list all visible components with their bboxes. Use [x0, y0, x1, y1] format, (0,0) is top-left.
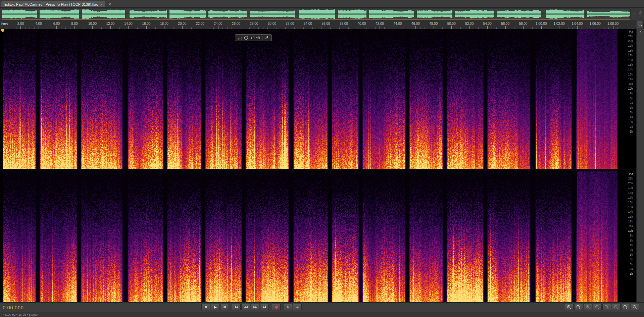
timeline-tick: [447, 28, 447, 29]
skip-selection-button[interactable]: ⇄: [293, 304, 302, 310]
panel-options-icon[interactable]: [638, 11, 643, 15]
timeline-unit-label: hms: [1, 22, 8, 26]
timeline-tick: [119, 28, 120, 29]
panel-menu-icon[interactable]: [632, 11, 637, 15]
time-display[interactable]: 0:00.000: [3, 305, 23, 310]
timeline-zoom-button[interactable]: [637, 20, 644, 29]
timeline-tick: [160, 28, 160, 29]
timeline-tick: [205, 28, 205, 29]
play-button[interactable]: ▶: [211, 304, 219, 310]
timeline-tick: [425, 28, 425, 29]
timeline-tick: [16, 28, 16, 29]
tab-close-icon[interactable]: ×: [107, 1, 113, 7]
timeline-tick: [92, 26, 93, 29]
timeline-ruler[interactable]: hms 2:004:006:008:0010:0012:0014:0016:00…: [0, 20, 636, 29]
frequency-label: 16k: [628, 201, 633, 204]
frequency-label: 8k: [630, 239, 633, 242]
skip-to-start-button[interactable]: ▮◀: [232, 304, 241, 310]
editor-file-tab[interactable]: Editor: Paul McCartney - Press To Play (…: [1, 1, 105, 7]
timeline-time-label: 24:00: [214, 22, 222, 25]
pause-button[interactable]: ▮▮: [220, 304, 229, 310]
zoom-out-full-button[interactable]: [612, 304, 621, 310]
timeline-tick: [173, 28, 174, 29]
timeline-tick: [335, 28, 335, 29]
timeline-tick: [380, 26, 380, 29]
timeline-tick: [52, 28, 52, 29]
timeline-tick: [133, 28, 133, 29]
zoom-in-time-button[interactable]: [565, 304, 574, 310]
vertical-scrollbar[interactable]: ▾: [636, 29, 644, 302]
timeline-time-label: 56:00: [501, 22, 509, 25]
timeline-tick: [357, 28, 357, 29]
timeline-tick: [617, 28, 618, 29]
frequency-label: 18k: [628, 49, 633, 52]
timeline-tick: [155, 28, 156, 29]
spectrogram-left-channel[interactable]: [3, 29, 617, 169]
timeline-tick: [389, 28, 389, 29]
channel-divider: [0, 169, 636, 171]
frequency-unit-label: Hz: [629, 172, 633, 175]
timeline-tick: [65, 28, 66, 29]
zoom-in-at-in-point-button[interactable]: [584, 304, 592, 310]
loop-playback-button[interactable]: ↻: [284, 304, 292, 310]
frequency-label: 15k: [628, 63, 633, 66]
timeline-tick: [110, 26, 111, 29]
timeline-tick: [241, 28, 241, 29]
timeline-tick: [608, 28, 609, 29]
timeline-tick: [348, 28, 349, 29]
timeline-time-label: 28:00: [250, 22, 258, 25]
timeline-tick: [510, 28, 510, 29]
overview-waveform[interactable]: [2, 9, 630, 19]
frequency-label: 10k: [628, 87, 633, 90]
playhead-line[interactable]: [3, 29, 3, 302]
chevron-down-icon[interactable]: ▾: [637, 30, 644, 33]
zoom-in-at-out-point-button[interactable]: [593, 304, 602, 310]
timeline-tick: [142, 28, 142, 29]
zoom-in-vertical-button[interactable]: [621, 304, 630, 310]
timeline-tick: [474, 28, 474, 29]
timeline-tick: [339, 28, 340, 29]
timeline-tick: [20, 26, 21, 29]
timeline-tick: [483, 28, 483, 29]
timeline-tick: [151, 28, 151, 29]
timeline-tick: [366, 28, 366, 29]
timeline-time-label: 48:00: [429, 22, 438, 25]
volume-hud[interactable]: +0 dB: [235, 34, 272, 41]
tab-dropdown-icon[interactable]: ▾: [100, 3, 102, 6]
timeline-tick: [75, 26, 75, 29]
timeline-time-label: 1:02:00: [553, 22, 564, 25]
timeline-time-label: 58:00: [519, 22, 528, 25]
timeline-tick: [465, 28, 465, 29]
skip-to-end-button[interactable]: ▶▮: [260, 304, 269, 310]
timeline-tick: [191, 28, 192, 29]
spectrogram-right-channel[interactable]: [3, 171, 617, 302]
timeline-tick: [182, 26, 183, 29]
timeline-tick: [128, 26, 129, 29]
zoom-out-vertical-button[interactable]: [631, 304, 639, 310]
record-button[interactable]: ●: [272, 304, 281, 310]
fast-forward-button[interactable]: ▶▶: [251, 304, 259, 310]
stop-button[interactable]: ■: [201, 304, 210, 310]
frequency-label: 12k: [628, 77, 633, 81]
hud-divider: [262, 36, 262, 40]
waveform-overview-strip[interactable]: [2, 9, 630, 19]
timeline-tick: [196, 28, 196, 29]
volume-value-label[interactable]: +0 dB: [250, 36, 260, 40]
volume-knob-icon[interactable]: [244, 36, 248, 40]
timeline-tick: [398, 26, 398, 29]
zoom-to-selection-button[interactable]: [602, 304, 611, 310]
timeline-tick: [79, 28, 79, 29]
timeline-tick: [487, 26, 488, 29]
timeline-tick: [501, 28, 501, 29]
frequency-label: 20k: [628, 39, 633, 43]
frequency-label: 21k: [628, 177, 633, 180]
timeline-tick: [169, 28, 169, 29]
timeline-time-label: 52:00: [465, 22, 474, 25]
timeline-tick: [469, 26, 470, 29]
zoom-out-time-button[interactable]: [574, 304, 583, 310]
rewind-button[interactable]: ◀◀: [241, 304, 250, 310]
timeline-tick: [541, 26, 542, 29]
timeline-time-label: 4:00: [35, 22, 42, 25]
timeline-tick: [70, 28, 70, 29]
pin-icon[interactable]: [264, 36, 269, 40]
